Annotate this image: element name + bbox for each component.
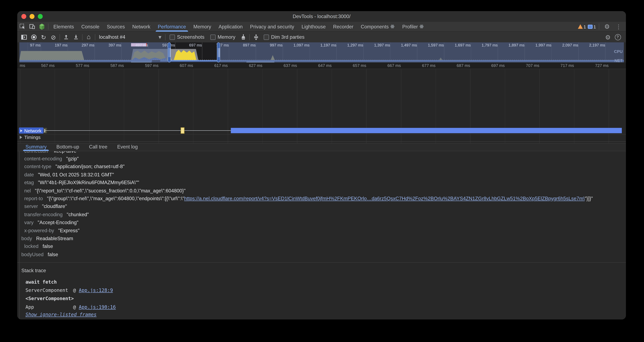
help-icon[interactable]: ? [613,33,622,42]
source-link[interactable]: App.js:190:16 [79,304,116,310]
tab-console[interactable]: Console [78,22,103,32]
warnings-badge[interactable]: 1 [578,24,586,29]
react-atom-icon [390,24,395,29]
property-row: content-encoding"gzip" [22,155,626,163]
minimize-window-button[interactable] [30,14,34,19]
network-request-whisker [44,130,231,131]
response-properties: connection"keep-alive" content-encoding"… [17,151,626,258]
record-button[interactable] [29,33,38,42]
overview-tick: 997 ms [258,43,283,48]
cpu-label: CPU [614,49,622,54]
source-link[interactable]: App.js:128:9 [79,287,113,293]
collect-garbage-icon[interactable] [238,33,248,42]
overview-tick: 1,397 ms [366,43,390,48]
property-row: lockedfalse [22,242,626,250]
disclosure-triangle-timings[interactable] [20,136,22,139]
overview-tick: 1,497 ms [392,43,417,48]
collapse-flame-icon[interactable] [251,33,261,42]
overview-tick: 797 ms [204,43,229,48]
issues-badge[interactable]: 1 [588,24,596,29]
property-row: server"cloudflare" [22,203,626,210]
stack-frame: await fetch [26,278,626,286]
overview-tick: 897 ms [231,43,256,48]
summary-divider [17,262,626,263]
network-request-block[interactable] [181,127,184,134]
net-label: NET [614,58,622,63]
tab-lighthouse[interactable]: Lighthouse [298,22,330,32]
panel-tabbar: Elements Console Sources Network Perform… [17,22,626,32]
extension-icon[interactable] [37,22,47,31]
report-url-link[interactable]: https://a.nel.cloudflare.com/report/v4?s… [184,196,585,201]
download-profile-icon[interactable] [71,33,81,42]
tab-bottom-up[interactable]: Bottom-up [52,143,84,151]
track-timings[interactable]: Timings [20,135,40,140]
window-title: DevTools - localhost:3000/ [17,14,626,19]
timeline-overview[interactable]: 97 ms 197 ms 297 ms 397 ms 497 ms 597 ms… [19,42,624,63]
titlebar: DevTools - localhost:3000/ [17,11,626,22]
tab-application[interactable]: Application [215,22,246,32]
overview-tick: 2,197 ms [580,43,605,48]
dim-3rd-parties-checkbox[interactable]: Dim 3rd parties [264,34,304,40]
tab-recorder[interactable]: Recorder [330,22,357,32]
window-handle-right[interactable] [217,42,220,63]
screenshots-checkbox[interactable]: Screenshots [170,34,204,40]
inspect-element-icon[interactable] [17,22,27,31]
checkbox-box [210,34,216,40]
tab-memory[interactable]: Memory [190,22,215,32]
record-and-reload-icon[interactable]: ↻ [39,33,48,42]
tab-call-tree[interactable]: Call tree [84,143,112,151]
overview-tick: 197 ms [43,43,68,48]
property-row: bodyUsedfalse [22,250,626,258]
close-window-button[interactable] [22,14,26,19]
tab-components[interactable]: Components [357,22,398,32]
property-row: x-powered-by"Express" [22,226,626,234]
ruler-unit: ms [20,63,25,68]
flame-chart-tracks[interactable]: Network Timings Server Requests — Custom… [17,69,626,143]
zoom-window-button[interactable] [38,14,43,19]
window-handle-left[interactable] [168,42,171,63]
tab-sources[interactable]: Sources [103,22,129,32]
stack-frame: ServerComponent@ App.js:128:9 [26,286,626,294]
stack-frame: App@ App.js:190:16 [26,303,626,311]
toggle-sidebar-icon[interactable] [19,33,29,42]
tab-network[interactable]: Network [128,22,154,32]
memory-checkbox[interactable]: Memory [210,34,235,40]
summary-left-border [19,151,20,319]
overview-tick: 697 ms [177,43,202,48]
chevron-down-icon: ▾ [158,34,161,40]
warning-icon [578,24,583,29]
property-row: nel"{\"report_to\":\"cf-nel\",\"success_… [22,187,626,195]
overview-tick: 497 ms [124,43,148,48]
overview-tick: 597 ms [150,43,175,48]
tab-performance[interactable]: Performance [154,22,190,32]
stack-trace-title: Stack trace [22,268,626,274]
overview-tick: 1,097 ms [285,43,310,48]
overview-tick: 97 ms [19,43,41,48]
track-network[interactable]: Network [19,127,44,134]
issues-icon [588,25,593,29]
settings-gear-icon[interactable]: ⚙ [602,22,612,31]
device-toolbar-icon[interactable] [27,22,37,31]
tab-event-log[interactable]: Event log [112,143,143,151]
summary-pane[interactable]: connection"keep-alive" content-encoding"… [17,151,626,319]
tab-profiler[interactable]: Profiler [398,22,428,32]
clear-icon[interactable]: ⊘ [48,33,58,42]
detail-ruler: ms 567 ms 577 ms 587 ms 597 ms 607 ms 61… [17,63,626,69]
history-select[interactable]: localhost #4 ▾ [96,34,164,40]
kebab-menu-icon[interactable]: ⋮ [614,22,624,31]
tab-summary[interactable]: Summary [20,143,52,151]
upload-profile-icon[interactable] [61,33,71,42]
tab-privacy-and-security[interactable]: Privacy and security [246,22,298,32]
overview-tick: 1,297 ms [339,43,363,48]
disclosure-triangle-network[interactable] [20,129,22,132]
tab-elements[interactable]: Elements [50,22,78,32]
overview-tick: 1,597 ms [419,43,444,48]
home-icon[interactable]: ⌂ [84,33,94,42]
checkbox-box [264,34,269,40]
property-row: content-type"application/json; charset=u… [22,163,626,171]
network-request-bar[interactable] [231,128,622,133]
stack-trace: await fetch ServerComponent@ App.js:128:… [26,278,626,317]
checkbox-box [170,34,175,40]
show-ignore-listed-frames-link[interactable]: Show ignore-listed frames [26,312,97,317]
panel-settings-gear-icon[interactable]: ⚙ [603,33,613,42]
